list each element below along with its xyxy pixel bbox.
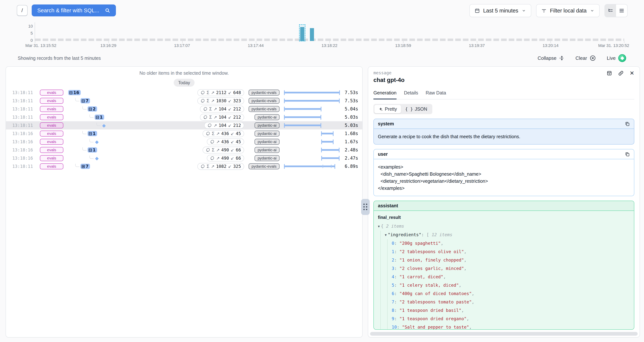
- clear-icon: [590, 55, 596, 61]
- tree-expander[interactable]: ⊟16: [68, 90, 81, 95]
- clear-button[interactable]: Clear: [576, 55, 596, 61]
- panel-resize-handle[interactable]: [361, 199, 370, 215]
- table-row[interactable]: 13:18:16 evals ⊟1 ◆ Σ ↗490 ↙66 pydantic-…: [6, 146, 362, 154]
- tree-connector: [90, 156, 94, 159]
- evals-badge[interactable]: evals: [40, 147, 63, 153]
- search-icon: [105, 8, 110, 13]
- horizontal-scrollbar[interactable]: [370, 332, 638, 336]
- coin-icon: [206, 148, 210, 152]
- tag-badge[interactable]: pydantic-ai: [254, 147, 280, 153]
- evals-badge[interactable]: evals: [40, 155, 63, 161]
- token-usage-pill: Σ ↗2112 ↙648: [197, 89, 244, 96]
- table-row[interactable]: 13:18:11 evals ⊟7 ◆ Σ ↗1030 ↙323 pydanti…: [6, 97, 362, 105]
- tag-badge[interactable]: pydantic-ai: [254, 122, 280, 128]
- json-array-item: 10: "Salt and pepper to taste",: [392, 323, 630, 330]
- expander-icon: ⊟: [88, 148, 92, 152]
- showing-records-text: Showing records from the last 5 minutes: [18, 56, 101, 61]
- json-tree: ▾{ 2 items ▾"ingredients": [ 12 items 0:…: [378, 222, 630, 330]
- evals-badge[interactable]: evals: [40, 98, 63, 104]
- string-value: "1 teaspoon dried basil": [400, 308, 462, 313]
- copy-icon[interactable]: [625, 122, 630, 126]
- evals-badge[interactable]: evals: [40, 139, 63, 145]
- tree-connector: [82, 131, 86, 134]
- tree-expander[interactable]: ⊟1: [88, 131, 97, 136]
- tree-expander[interactable]: ⊟1: [88, 147, 97, 152]
- child-count: 7: [86, 164, 88, 169]
- tree-expander[interactable]: ⊟1: [95, 114, 104, 120]
- array-index: 2: [392, 258, 394, 262]
- y-tick-0: 0: [30, 38, 33, 42]
- json-root-line: ▾{ 2 items: [378, 222, 630, 230]
- tag-badge[interactable]: pydantic-evals: [248, 163, 280, 169]
- search-button[interactable]: Search & filter with SQL...: [32, 4, 116, 16]
- tag-badge[interactable]: pydantic-evals: [248, 90, 280, 96]
- tag-badge[interactable]: pydantic-ai: [254, 130, 280, 136]
- evals-badge[interactable]: evals: [40, 90, 63, 96]
- collapse-button[interactable]: Collapse: [538, 55, 564, 61]
- tree-expander[interactable]: ⊞7: [80, 164, 90, 169]
- time-range-dropdown[interactable]: Last 5 minutes: [470, 4, 532, 17]
- live-toggle[interactable]: Live: [607, 54, 626, 62]
- collapse-label: Collapse: [538, 55, 556, 61]
- tag-badge[interactable]: pydantic-ai: [254, 114, 280, 120]
- close-icon[interactable]: ✕: [630, 70, 634, 76]
- live-label: Live: [607, 55, 616, 61]
- table-row[interactable]: 13:18:16 evals ◆ Σ ↗436 ↙45 pydantic-ai …: [6, 138, 362, 146]
- table-row[interactable]: 13:18:11 evals ⊟16 ◆ Σ ↗2112 ↙648 pydant…: [6, 88, 362, 97]
- copy-icon[interactable]: [625, 152, 630, 157]
- table-row[interactable]: 13:18:11 evals ⊟2 ◆ Σ ↗104 ↙212 pydantic…: [6, 105, 362, 113]
- expander-icon: ⊟: [69, 90, 73, 95]
- output-tokens: 323: [233, 98, 241, 103]
- gantt-tick: [331, 165, 332, 168]
- tag-badge[interactable]: pydantic-ai: [254, 139, 280, 145]
- table-row[interactable]: 13:18:11 evals ◆ Σ ↗104 ↙212 pydantic-ai…: [6, 121, 362, 130]
- tree-expander[interactable]: ⊟2: [88, 106, 97, 112]
- table-row[interactable]: 13:18:16 evals ◆ Σ ↗490 ↙66 pydantic-ai …: [6, 154, 362, 162]
- date-chip: Today: [174, 79, 194, 86]
- child-count: 16: [73, 90, 79, 95]
- child-count: 1: [100, 115, 103, 120]
- input-tokens-icon: ↗: [214, 115, 217, 120]
- tab-raw-data[interactable]: Raw Data: [426, 90, 446, 99]
- tree-view-toggle[interactable]: [605, 4, 616, 17]
- list-view-toggle[interactable]: [616, 4, 627, 17]
- x-tick-mark: [256, 41, 256, 43]
- chevron-down-icon[interactable]: ▾: [378, 224, 380, 228]
- tab-details[interactable]: Details: [404, 90, 418, 99]
- table-row[interactable]: 13:18:11 evals ⊟1 ◆ Σ ↗104 ↙212 pydantic…: [6, 113, 362, 121]
- table-row[interactable]: 13:18:16 evals ⊟1 ◆ Σ ↗436 ↙45 pydantic-…: [6, 130, 362, 138]
- duration-gantt: [284, 138, 340, 146]
- timeline-bar[interactable]: [300, 27, 304, 41]
- tag-badge[interactable]: pydantic-ai: [254, 155, 280, 161]
- evals-badge[interactable]: evals: [40, 122, 63, 128]
- tag-badge[interactable]: pydantic-evals: [248, 106, 280, 112]
- x-tick-label: 13:19:37: [469, 43, 485, 48]
- tag-badge[interactable]: pydantic-evals: [248, 98, 280, 104]
- json-toggle-button[interactable]: { } JSON: [401, 105, 431, 113]
- evals-badge[interactable]: evals: [40, 163, 63, 169]
- dock-panel-icon[interactable]: [606, 70, 612, 76]
- pretty-toggle-button[interactable]: Pretty: [374, 105, 401, 113]
- timeline-chart[interactable]: 10 5 0 Mar 31. 13:15:5213:16:2913:17:071…: [22, 22, 624, 50]
- evals-badge[interactable]: evals: [40, 106, 63, 112]
- row-timestamp: 13:18:16: [12, 148, 35, 152]
- evals-badge[interactable]: evals: [40, 114, 63, 120]
- tree-expander[interactable]: ⊟7: [80, 98, 90, 104]
- gantt-bar: [284, 124, 321, 126]
- filter-local-data-dropdown[interactable]: Filter local data: [536, 4, 600, 17]
- pretty-label: Pretty: [385, 106, 397, 112]
- colon: :: [421, 232, 424, 237]
- input-tokens-icon: ↗: [214, 107, 217, 112]
- array-index: 7: [392, 300, 394, 304]
- chevron-down-icon[interactable]: ▾: [385, 233, 387, 237]
- y-tick-5: 5: [30, 31, 33, 36]
- timeline-bar[interactable]: [310, 28, 314, 41]
- input-tokens: 1082: [216, 164, 226, 169]
- input-tokens: 490: [221, 156, 229, 160]
- tab-generation[interactable]: Generation: [374, 90, 396, 100]
- table-row[interactable]: 13:18:11 evals ⊞7 ◆ Σ ↗1082 ↙325 pydanti…: [6, 162, 362, 170]
- duration-gantt: [284, 154, 340, 162]
- copy-link-icon[interactable]: [618, 70, 624, 76]
- evals-badge[interactable]: evals: [40, 130, 63, 136]
- x-tick-mark: [550, 41, 551, 43]
